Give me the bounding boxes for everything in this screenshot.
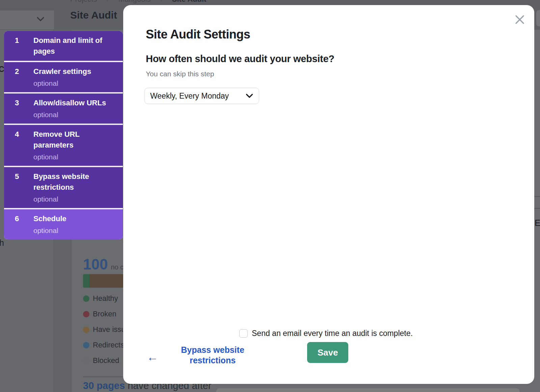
wizard-step-2[interactable]: 2Crawler settingsoptional — [4, 62, 123, 92]
legend-dot-icon — [83, 295, 89, 302]
breadcrumb-item: Site Audit — [172, 0, 207, 3]
step-optional-label: optional — [33, 226, 119, 235]
step-optional-label: optional — [33, 194, 119, 204]
breadcrumb-item: Mangools — [118, 0, 151, 3]
screen: Projects›Mangools›Site Audit Site Audit … — [0, 0, 540, 392]
wizard-step-6[interactable]: 6Scheduleoptional — [4, 209, 123, 239]
step-number: 6 — [4, 213, 33, 235]
step-title: Remove URL parameters — [33, 129, 119, 151]
legend-label: Healthy — [93, 294, 118, 303]
legend-dot-icon — [83, 358, 89, 364]
wizard-step-1[interactable]: 1Domain and limit of pages — [4, 31, 123, 61]
skip-step-note: You can skip this step — [146, 70, 214, 78]
step-number: 5 — [4, 171, 33, 204]
step-optional-label: optional — [33, 152, 119, 162]
step-title: Allow/disallow URLs — [33, 98, 119, 108]
step-number: 3 — [4, 98, 33, 120]
step-number: 2 — [4, 66, 33, 88]
clipped-panel-bottom — [216, 388, 520, 392]
legend-label: Blocked — [93, 356, 119, 365]
email-checkbox-row: Send an email every time an audit is com… — [239, 329, 413, 338]
score-value: 100 — [83, 256, 108, 272]
frequency-select[interactable]: Weekly, Every Monday — [144, 88, 259, 104]
score-note: no c — [111, 263, 124, 271]
step-optional-label: optional — [33, 110, 119, 120]
audit-frequency-question: How often should we audit your website? — [146, 53, 334, 64]
step-title: Domain and limit of pages — [33, 35, 119, 57]
wizard-step-3[interactable]: 3Allow/disallow URLsoptional — [4, 94, 123, 124]
clipped-text-right-edge: E — [535, 218, 540, 228]
clipped-line-right-2 — [534, 208, 540, 209]
email-checkbox[interactable] — [239, 329, 248, 338]
wizard-step-list: 1Domain and limit of pages2Crawler setti… — [4, 31, 123, 239]
close-icon[interactable] — [514, 14, 525, 25]
step-number: 4 — [4, 129, 33, 162]
step-title: Crawler settings — [33, 66, 119, 77]
breadcrumb-separator-icon: › — [160, 0, 162, 3]
bypass-website-restrictions-link[interactable]: Bypass website restrictions — [177, 345, 248, 366]
site-health-score: 100no c — [83, 256, 124, 273]
breadcrumb-separator-icon: › — [106, 0, 109, 3]
step-number: 1 — [4, 35, 33, 57]
wizard-step-4[interactable]: 4Remove URL parametersoptional — [4, 125, 123, 166]
step-title: Bypass website restrictions — [33, 171, 119, 193]
legend-dot-icon — [83, 311, 89, 317]
legend-label: Broken — [93, 310, 116, 318]
breadcrumb-item: Projects — [70, 0, 97, 3]
legend-dot-icon — [83, 342, 89, 348]
legend-label: Redirects — [93, 341, 124, 349]
wizard-step-5[interactable]: 5Bypass website restrictionsoptional — [4, 167, 123, 208]
pages-changed-link: 30 pages — [83, 380, 125, 391]
site-audit-settings-modal: Site Audit Settings How often should we … — [123, 5, 534, 384]
step-title: Schedule — [33, 213, 119, 224]
back-arrow-icon[interactable]: ← — [147, 351, 158, 363]
chevron-down-icon — [246, 94, 253, 98]
health-bar-segment-healthy — [83, 274, 89, 288]
clipped-panel-right-top — [536, 10, 540, 26]
modal-title: Site Audit Settings — [146, 27, 250, 42]
save-button[interactable]: Save — [307, 342, 348, 363]
clipped-line-right-1 — [534, 196, 540, 197]
page-title: Site Audit — [70, 9, 117, 21]
legend-dot-icon — [83, 326, 89, 333]
frequency-select-value: Weekly, Every Monday — [145, 92, 246, 101]
clipped-text-left-bottom: h — [0, 238, 4, 248]
step-optional-label: optional — [33, 79, 119, 88]
email-checkbox-label: Send an email every time an audit is com… — [252, 329, 413, 338]
breadcrumb: Projects›Mangools›Site Audit — [70, 0, 216, 4]
project-selector — [0, 10, 54, 30]
